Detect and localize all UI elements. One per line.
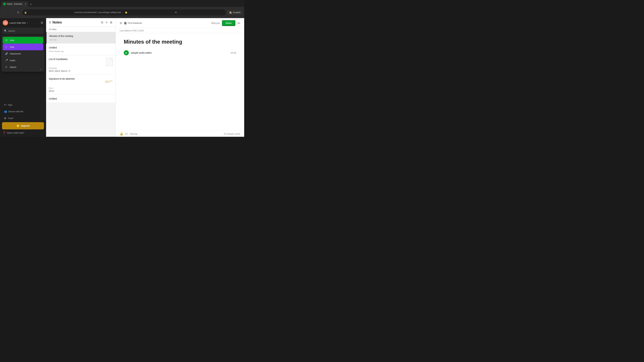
play-button[interactable]: ▶: [124, 50, 129, 55]
editor-content[interactable]: Minutes of the meeting ▶ sample audio.we…: [116, 33, 244, 131]
shared-label: Shared with Me: [8, 110, 23, 113]
note-item-minutes-title: Minutes of the meeting: [49, 35, 73, 37]
sidebar-item-shared[interactable]: 👥 Shared with Me: [2, 109, 44, 114]
help-button[interactable]: ❓ Need a little help?: [2, 131, 44, 135]
note-item-signature[interactable]: Signature-to be attached Feb 1 @sam: [46, 75, 116, 95]
editor-footer: 🔔 🏷 Add tag All changes saved: [116, 131, 244, 137]
search-icon: 🔍: [4, 29, 7, 32]
upgrade-label: Upgrade: [21, 124, 30, 127]
app: LD Lauren Dale Deli ▾ ⚙ 🔍 Search ☰ Note …: [0, 18, 244, 137]
new-note-button[interactable]: ☰ Note: [3, 37, 43, 43]
sidebar-item-trash[interactable]: 🗑 Trash: [2, 115, 44, 121]
forward-button[interactable]: →: [9, 10, 14, 15]
editor-meta: Last edited on Feb 3, 2024: [116, 28, 244, 33]
new-sketch-button[interactable]: ✏ Sketch ↖: [3, 64, 43, 70]
new-audio-button[interactable]: 🎤 Audio: [3, 57, 43, 64]
sidebar-bottom: 🏷 Tags 👥 Shared with Me 🗑 Trash ⭐ Upgrad…: [0, 100, 46, 137]
notebook-button[interactable]: 📓 First Notebook: [124, 22, 142, 24]
share-button[interactable]: Share: [222, 20, 235, 26]
task-icon: ✓: [5, 45, 8, 49]
editor-resize-icon[interactable]: ⊠: [120, 21, 122, 25]
sketch-icon: ✏: [5, 65, 8, 69]
audio-attachment: ▶ sample audio.webm 39 kB: [124, 49, 236, 57]
sidebar-item-tags[interactable]: 🏷 Tags: [2, 102, 44, 107]
attachment-label: Attachment: [10, 52, 21, 55]
shared-icon: 👥: [4, 110, 7, 113]
editor-header-left: ⊠ 📓 First Notebook: [120, 21, 142, 25]
notes-list: ☰ Notes ⊟ ≡ ⊞ 13 notes Minutes of the me…: [46, 18, 116, 137]
note-item-candidates[interactable]: List of Candidates Yesterday @john @jane…: [46, 55, 116, 75]
note-item-candidates-header: List of Candidates: [49, 58, 113, 66]
new-tab-button[interactable]: +: [28, 2, 33, 7]
chevron-down-icon: ▾: [27, 22, 28, 24]
sort-icon[interactable]: ≡: [105, 20, 108, 25]
tag-jane: @jane: [55, 70, 60, 72]
attachment-icon: 🔗: [5, 52, 8, 55]
editor-header: ⊠ 📓 First Notebook Only you Share •••: [116, 18, 244, 28]
search-bar[interactable]: 🔍 Search: [2, 27, 44, 34]
more-options-button[interactable]: •••: [237, 22, 240, 25]
refresh-button[interactable]: ↻: [16, 10, 21, 15]
tag-sam: @sam: [49, 90, 54, 92]
upgrade-icon: ⭐: [16, 124, 20, 127]
note-count: 13 notes: [49, 28, 56, 30]
audio-filename: sample audio.webm: [131, 51, 152, 54]
url-text: evernote.com/client/web?_sourcePage=ze9b…: [74, 11, 124, 13]
audio-icon: 🎤: [5, 59, 8, 62]
note-item-untitled2-header: Untitled: [49, 97, 113, 100]
tab-favicon: [3, 3, 6, 5]
last-edited-label: Last edited on Feb 3, 2024: [120, 29, 144, 32]
note-item-untitled-1[interactable]: Untitled a few minutes ago: [46, 43, 116, 55]
tag-more: +2: [68, 70, 70, 72]
nav-bar: ← → ↻ 🔒 evernote.com/client/web?_sourceP…: [0, 7, 244, 18]
note-item-signature-title: Signature-to be attached: [49, 77, 74, 80]
note-item-candidates-time: Yesterday: [49, 67, 113, 69]
add-tag-button[interactable]: Add tag: [130, 133, 137, 135]
new-attachment-button[interactable]: 🔗 Attachment: [3, 50, 43, 57]
notes-list-icon: ☰: [49, 21, 51, 24]
notebook-name: First Notebook: [128, 22, 142, 24]
bell-icon[interactable]: 🔔: [120, 132, 123, 135]
note-item-untitled1-time: a few minutes ago: [49, 50, 113, 52]
note-item-candidates-title: List of Candidates: [49, 58, 68, 60]
view-toggle-icon[interactable]: ⊞: [109, 20, 113, 25]
tags-icon: 🏷: [4, 103, 6, 106]
note-item-untitled1-header: Untitled: [49, 46, 113, 49]
user-info[interactable]: LD Lauren Dale Deli ▾: [3, 20, 28, 25]
note-editor: ⊠ 📓 First Notebook Only you Share ••• La…: [116, 18, 244, 137]
audio-label: Audio: [10, 59, 15, 62]
username: Lauren Dale Deli: [10, 22, 26, 24]
note-item-candidates-thumb: [106, 58, 113, 66]
browser-chrome: Notes - Evernote × + ← → ↻ 🔒 evernote.co…: [0, 0, 244, 18]
audio-size: 39 kB: [230, 52, 236, 54]
upgrade-button[interactable]: ⭐ Upgrade: [2, 122, 44, 129]
note-item-signature-thumb: [104, 77, 113, 86]
note-icon: ☰: [5, 38, 8, 42]
filter-icon[interactable]: ⊟: [100, 20, 104, 25]
avatar: LD: [3, 20, 8, 25]
active-tab[interactable]: Notes - Evernote ×: [1, 1, 28, 7]
footer-actions: 🔔 🏷 Add tag: [120, 132, 137, 135]
notes-header: ☰ Notes ⊟ ≡ ⊞: [46, 18, 116, 27]
note-label: Note: [10, 39, 14, 41]
help-label: Need a little help?: [7, 132, 24, 134]
note-item-untitled2-title: Untitled: [49, 97, 57, 100]
help-icon: ❓: [3, 131, 6, 134]
note-item-minutes-time: Just now: [49, 39, 113, 41]
note-item-untitled-2[interactable]: Untitled: [46, 95, 116, 103]
sidebar-header: LD Lauren Dale Deli ▾ ⚙: [0, 18, 46, 27]
tab-label: Notes - Evernote: [7, 3, 22, 5]
saved-status: All changes saved: [224, 133, 240, 135]
note-item-minutes[interactable]: Minutes of the meeting Just now: [46, 32, 116, 43]
only-you-label: Only you: [211, 22, 220, 24]
address-bar[interactable]: 🔒 evernote.com/client/web?_sourcePage=ze…: [22, 9, 226, 15]
trash-icon: 🗑: [4, 117, 6, 119]
new-task-button[interactable]: ✓ Task: [3, 43, 43, 50]
task-label: Task: [10, 46, 14, 48]
tag-icon[interactable]: 🏷: [125, 132, 128, 135]
editor-title[interactable]: Minutes of the meeting: [124, 39, 236, 45]
tab-close-button[interactable]: ×: [25, 3, 26, 5]
settings-icon[interactable]: ⚙: [40, 21, 43, 25]
back-button[interactable]: ←: [2, 10, 8, 15]
notebook-icon: 📓: [124, 22, 127, 24]
